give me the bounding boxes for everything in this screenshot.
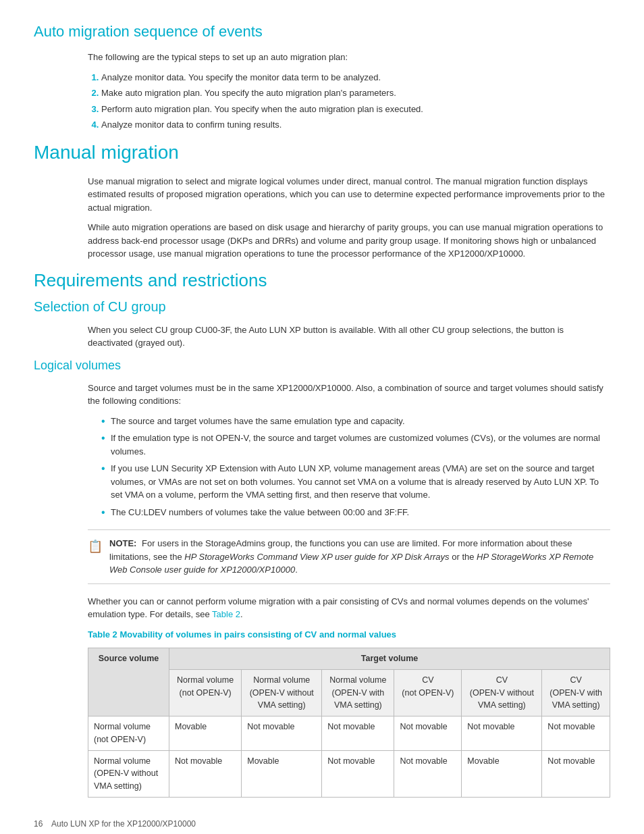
- note-label: NOTE:: [109, 538, 136, 548]
- auto-migration-section: Auto migration sequence of events The fo…: [34, 20, 610, 132]
- step-2: Make auto migration plan. You specify th…: [101, 86, 610, 100]
- row1-cell1: Movable: [169, 716, 242, 751]
- note-content: NOTE: For users in the StorageAdmins gro…: [109, 537, 610, 577]
- auto-migration-content: The following are the typical steps to s…: [88, 51, 610, 132]
- col-source-header: Source volume: [88, 648, 169, 716]
- row1-cell3: Not movable: [322, 716, 394, 751]
- movability-table: Source volume Target volume Normal volum…: [88, 648, 610, 798]
- table-caption: Table 2 Movability of volumes in pairs c…: [88, 628, 610, 642]
- cu-group-content: When you select CU group CU00-3F, the Au…: [88, 323, 610, 350]
- target-col-6: CV (OPEN-V with VMA setting): [542, 669, 610, 716]
- col-target-header: Target volume: [169, 648, 610, 670]
- logical-volumes-intro: Source and target volumes must be in the…: [88, 382, 610, 408]
- logical-volumes-bullets: The source and target volumes have the s…: [101, 415, 610, 519]
- table-caption-label: Table 2: [88, 629, 117, 640]
- auto-migration-heading: Auto migration sequence of events: [34, 20, 610, 43]
- row2-cell4: Not movable: [394, 750, 462, 797]
- target-col-2: Normal volume (OPEN-V without VMA settin…: [242, 669, 322, 716]
- target-col-5: CV (OPEN-V without VMA setting): [462, 669, 542, 716]
- table-intro-paragraph: Whether you can or cannot perform volume…: [88, 595, 610, 621]
- row2-cell2: Movable: [242, 750, 322, 797]
- note-italic1: HP StorageWorks Command View XP user gui…: [184, 552, 449, 562]
- row2-source: Normal volume (OPEN-V without VMA settin…: [88, 750, 169, 797]
- table-caption-text: Movability of volumes in pairs consistin…: [119, 629, 396, 640]
- row1-cell2: Not movable: [242, 716, 322, 751]
- manual-migration-content: Use manual migration to select and migra…: [88, 175, 610, 261]
- target-col-1: Normal volume (not OPEN-V): [169, 669, 242, 716]
- logical-volumes-content: Source and target volumes must be in the…: [88, 382, 610, 798]
- table-intro-text: Whether you can or cannot perform volume…: [88, 596, 589, 620]
- note-text3: .: [295, 565, 298, 575]
- table-intro-end: .: [240, 609, 243, 619]
- manual-migration-para2: While auto migration operations are base…: [88, 221, 610, 261]
- cu-group-para: When you select CU group CU00-3F, the Au…: [88, 323, 610, 350]
- step-1: Analyze monitor data. You specify the mo…: [101, 71, 610, 84]
- footer-title: Auto LUN XP for the XP12000/XP10000: [51, 819, 196, 829]
- target-col-4: CV (not OPEN-V): [394, 669, 462, 716]
- auto-migration-intro: The following are the typical steps to s…: [88, 51, 610, 64]
- row1-cell4: Not movable: [394, 716, 462, 751]
- table-row: Normal volume (not OPEN-V) Movable Not m…: [88, 716, 610, 751]
- bullet-2: If the emulation type is not OPEN-V, the…: [101, 432, 610, 458]
- page-footer: 16 Auto LUN XP for the XP12000/XP10000: [34, 818, 610, 830]
- note-box: 📋 NOTE: For users in the StorageAdmins g…: [88, 529, 610, 584]
- bullet-3: If you use LUN Security XP Extension wit…: [101, 462, 610, 502]
- step-4: Analyze monitor data to confirm tuning r…: [101, 118, 610, 132]
- requirements-heading: Requirements and restrictions: [34, 267, 610, 294]
- auto-migration-steps: Analyze monitor data. You specify the mo…: [101, 71, 610, 132]
- row1-cell5: Not movable: [462, 716, 542, 751]
- row2-cell5: Movable: [462, 750, 542, 797]
- manual-migration-para1: Use manual migration to select and migra…: [88, 175, 610, 215]
- note-icon: 📋: [88, 538, 103, 577]
- row2-cell3: Not movable: [322, 750, 394, 797]
- manual-migration-section: Manual migration Use manual migration to…: [34, 138, 610, 261]
- logical-volumes-heading: Logical volumes: [34, 357, 610, 375]
- footer-page-number: 16: [34, 819, 43, 829]
- row1-cell6: Not movable: [542, 716, 610, 751]
- table-row: Normal volume (OPEN-V without VMA settin…: [88, 750, 610, 797]
- target-col-3: Normal volume (OPEN-V with VMA setting): [322, 669, 394, 716]
- requirements-section: Requirements and restrictions Selection …: [34, 267, 610, 798]
- table-link[interactable]: Table 2: [212, 609, 240, 619]
- bullet-4: The CU:LDEV numbers of volumes take the …: [101, 506, 610, 519]
- row1-source: Normal volume (not OPEN-V): [88, 716, 169, 751]
- manual-migration-heading: Manual migration: [34, 138, 610, 167]
- step-3: Perform auto migration plan. You specify…: [101, 103, 610, 116]
- table-header-row-1: Source volume Target volume: [88, 648, 610, 670]
- note-text2: or the: [450, 552, 477, 562]
- bullet-1: The source and target volumes have the s…: [101, 415, 610, 428]
- row2-cell6: Not movable: [542, 750, 610, 797]
- row2-cell1: Not movable: [169, 750, 242, 797]
- cu-group-heading: Selection of CU group: [34, 296, 610, 317]
